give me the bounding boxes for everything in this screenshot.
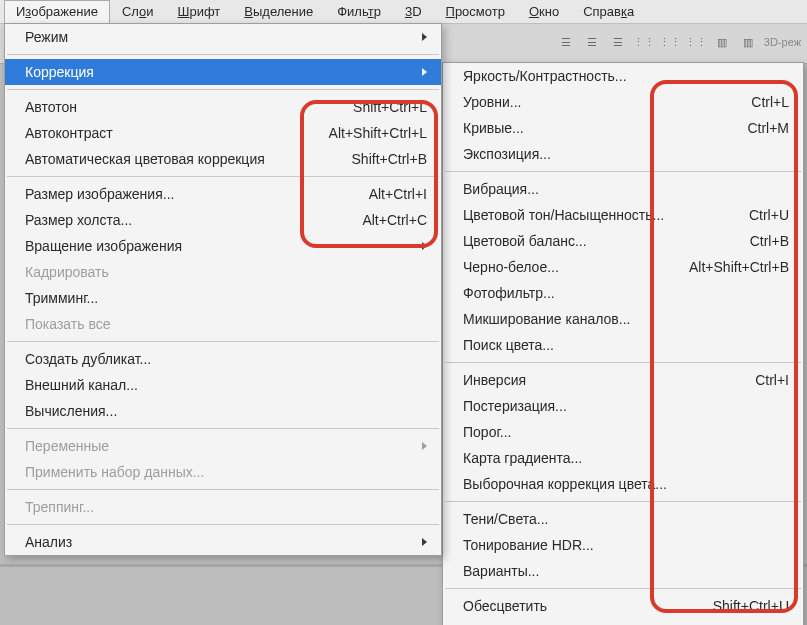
menu-separator [7, 524, 439, 525]
menu-separator [7, 489, 439, 490]
menu-vibrance[interactable]: Вибрация... [443, 176, 803, 202]
menu-posterize[interactable]: Постеризация... [443, 393, 803, 419]
menu-adjustments[interactable]: Коррекция [5, 59, 441, 85]
distribute-icon[interactable]: ⋮⋮ [660, 32, 680, 52]
menu-image-size[interactable]: Размер изображения... Alt+Ctrl+I [5, 181, 441, 207]
menu-apply-image[interactable]: Внешний канал... [5, 372, 441, 398]
submenu-arrow-icon [422, 442, 427, 450]
submenu-arrow-icon [422, 538, 427, 546]
menu-separator [7, 89, 439, 90]
menu-separator [7, 428, 439, 429]
submenu-arrow-icon [422, 68, 427, 76]
menu-gradient-map[interactable]: Карта градиента... [443, 445, 803, 471]
menu-brightness-contrast[interactable]: Яркость/Контрастность... [443, 63, 803, 89]
menu-separator [445, 362, 801, 363]
panel-icon[interactable]: ▥ [712, 32, 732, 52]
menubar-select[interactable]: Выделение [232, 0, 325, 23]
menu-autotone[interactable]: Автотон Shift+Ctrl+L [5, 94, 441, 120]
menu-black-white[interactable]: Черно-белое... Alt+Shift+Ctrl+B [443, 254, 803, 280]
menu-color-balance[interactable]: Цветовой баланс... Ctrl+B [443, 228, 803, 254]
align-icon[interactable]: ☰ [582, 32, 602, 52]
menu-image-rotation[interactable]: Вращение изображения [5, 233, 441, 259]
menu-canvas-size[interactable]: Размер холста... Alt+Ctrl+C [5, 207, 441, 233]
menubar-help[interactable]: Справка [571, 0, 646, 23]
menu-variations[interactable]: Варианты... [443, 558, 803, 584]
menu-separator [7, 341, 439, 342]
submenu-arrow-icon [422, 242, 427, 250]
menubar-view[interactable]: Просмотр [434, 0, 517, 23]
panel-icon[interactable]: ▥ [738, 32, 758, 52]
menu-reveal-all: Показать все [5, 311, 441, 337]
menu-calculations[interactable]: Вычисления... [5, 398, 441, 424]
menu-separator [445, 501, 801, 502]
menu-shadows-highlights[interactable]: Тени/Света... [443, 506, 803, 532]
menu-levels[interactable]: Уровни... Ctrl+L [443, 89, 803, 115]
menu-hue-saturation[interactable]: Цветовой тон/Насыщенность... Ctrl+U [443, 202, 803, 228]
menu-analysis[interactable]: Анализ [5, 529, 441, 555]
menu-channel-mixer[interactable]: Микширование каналов... [443, 306, 803, 332]
adjustments-submenu: Яркость/Контрастность... Уровни... Ctrl+… [442, 62, 804, 625]
menu-photo-filter[interactable]: Фотофильтр... [443, 280, 803, 306]
menu-desaturate[interactable]: Обесцветить Shift+Ctrl+U [443, 593, 803, 619]
distribute-icon[interactable]: ⋮⋮ [686, 32, 706, 52]
menu-color-lookup[interactable]: Поиск цвета... [443, 332, 803, 358]
submenu-arrow-icon [422, 33, 427, 41]
menubar-layers[interactable]: Слои [110, 0, 166, 23]
menu-curves[interactable]: Кривые... Ctrl+M [443, 115, 803, 141]
menu-crop: Кадрировать [5, 259, 441, 285]
menu-apply-data-set: Применить набор данных... [5, 459, 441, 485]
menubar-window[interactable]: Окно [517, 0, 571, 23]
align-icon[interactable]: ☰ [608, 32, 628, 52]
mode-label-3d[interactable]: 3D-реж [764, 36, 801, 48]
menu-selective-color[interactable]: Выборочная коррекция цвета... [443, 471, 803, 497]
menu-separator [7, 54, 439, 55]
menu-invert[interactable]: Инверсия Ctrl+I [443, 367, 803, 393]
menu-mode[interactable]: Режим [5, 24, 441, 50]
menu-variables: Переменные [5, 433, 441, 459]
menu-autocontrast[interactable]: Автоконтраст Alt+Shift+Ctrl+L [5, 120, 441, 146]
menu-bar: Изображение Слои Шрифт Выделение Фильтр … [0, 0, 807, 24]
menu-trap: Треппинг... [5, 494, 441, 520]
menu-duplicate[interactable]: Создать дубликат... [5, 346, 441, 372]
menu-exposure[interactable]: Экспозиция... [443, 141, 803, 167]
menu-hdr-toning[interactable]: Тонирование HDR... [443, 532, 803, 558]
menu-match-color[interactable]: Подобрать цвет... [443, 619, 803, 625]
menu-separator [445, 588, 801, 589]
menu-autocolor[interactable]: Автоматическая цветовая коррекция Shift+… [5, 146, 441, 172]
menu-threshold[interactable]: Порог... [443, 419, 803, 445]
menubar-3d[interactable]: 3D [393, 0, 434, 23]
menu-separator [445, 171, 801, 172]
menubar-type[interactable]: Шрифт [166, 0, 233, 23]
menubar-image[interactable]: Изображение [4, 0, 110, 23]
distribute-icon[interactable]: ⋮⋮ [634, 32, 654, 52]
align-icon[interactable]: ☰ [556, 32, 576, 52]
image-menu: Режим Коррекция Автотон Shift+Ctrl+L Авт… [4, 23, 442, 556]
menubar-filter[interactable]: Фильтр [325, 0, 393, 23]
menu-separator [7, 176, 439, 177]
menu-trim[interactable]: Тримминг... [5, 285, 441, 311]
